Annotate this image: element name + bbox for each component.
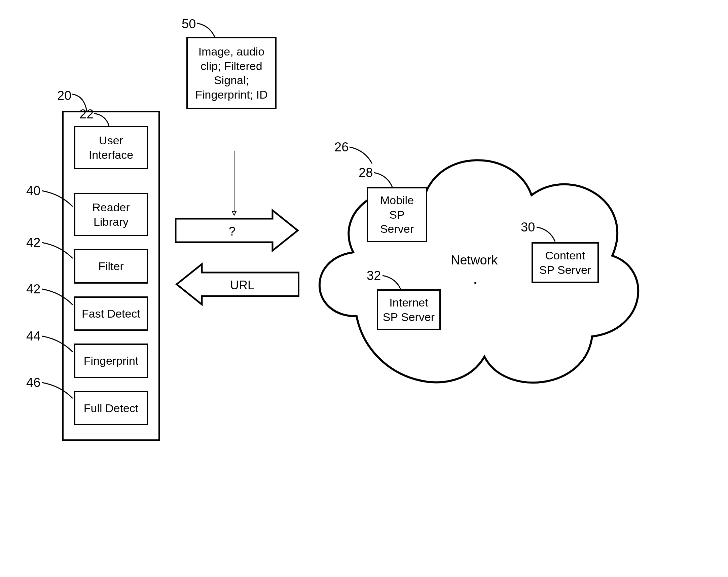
mobile-sp-server-box: Mobile SP Server — [367, 187, 427, 242]
lead-32-icon — [381, 274, 405, 293]
thin-arrow-icon — [231, 151, 237, 217]
ref-50: 50 — [182, 17, 196, 31]
dot-icon — [474, 282, 476, 284]
lead-50-icon — [195, 22, 219, 41]
ref-30: 30 — [521, 220, 535, 235]
ref-42b: 42 — [26, 282, 41, 296]
full-detect-box: Full Detect — [74, 391, 148, 426]
url-arrow-icon: URL — [175, 262, 300, 306]
user-interface-label: User Interface — [77, 133, 145, 162]
url-arrow-label: URL — [230, 278, 254, 292]
query-arrow-label: ? — [229, 225, 235, 238]
diagram-canvas: User Interface Reader Library Filter Fas… — [0, 0, 728, 577]
fingerprint-label: Fingerprint — [84, 353, 138, 368]
lead-26-icon — [348, 145, 375, 165]
ref-32: 32 — [367, 268, 381, 283]
lead-46-icon — [41, 381, 74, 401]
reader-library-box: Reader Library — [74, 193, 148, 236]
ref-20: 20 — [57, 88, 71, 103]
user-interface-box: User Interface — [74, 126, 148, 169]
lead-40-icon — [41, 189, 74, 209]
lead-30-icon — [535, 226, 558, 244]
filter-label: Filter — [98, 259, 124, 273]
lead-28-icon — [372, 171, 396, 190]
fast-detect-label: Fast Detect — [82, 307, 140, 321]
lead-42b-icon — [41, 287, 74, 308]
svg-marker-2 — [176, 210, 298, 251]
device-stack: User Interface Reader Library Filter Fas… — [62, 111, 160, 441]
ref-22: 22 — [79, 107, 94, 122]
ref-46: 46 — [26, 375, 41, 390]
lead-44-icon — [41, 335, 74, 355]
full-detect-label: Full Detect — [84, 401, 138, 416]
internet-sp-server-label: Internet SP Server — [383, 296, 435, 323]
lead-22-icon — [92, 112, 112, 128]
cloud-icon — [296, 128, 653, 407]
filter-box: Filter — [74, 249, 148, 284]
fingerprint-box: Fingerprint — [74, 343, 148, 378]
fast-detect-box: Fast Detect — [74, 296, 148, 331]
ref-26: 26 — [334, 140, 348, 154]
query-arrow-icon: ? — [175, 209, 300, 252]
lead-42a-icon — [41, 241, 74, 261]
ref-44: 44 — [26, 329, 41, 343]
media-box: Image, audio clip; Filtered Signal; Fing… — [186, 37, 277, 109]
mobile-sp-server-label: Mobile SP Server — [380, 194, 414, 235]
network-label: Network — [451, 253, 498, 267]
internet-sp-server-box: Internet SP Server — [377, 289, 441, 330]
reader-library-label: Reader Library — [77, 200, 145, 229]
ref-42a: 42 — [26, 236, 41, 250]
content-sp-server-label: Content SP Server — [539, 249, 591, 276]
media-text: Image, audio clip; Filtered Signal; Fing… — [195, 45, 267, 101]
ref-28: 28 — [359, 165, 373, 180]
content-sp-server-box: Content SP Server — [531, 242, 599, 283]
ref-40: 40 — [26, 184, 41, 198]
